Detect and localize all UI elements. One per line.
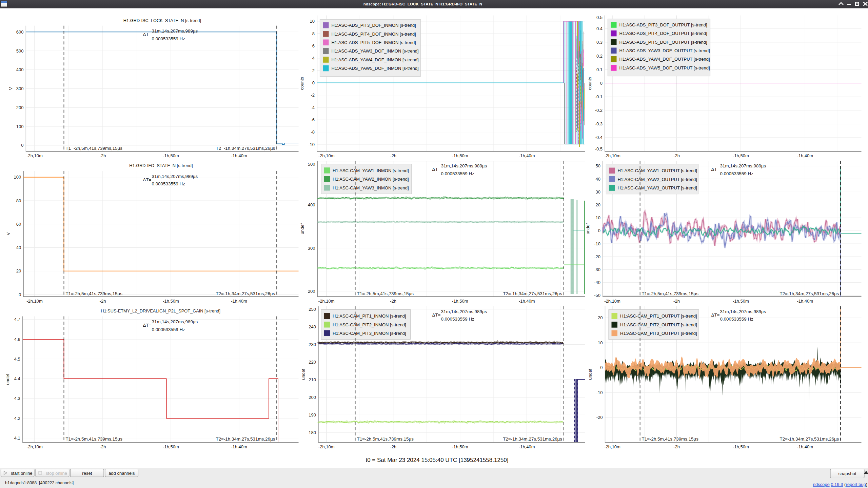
svg-text:H1:ASC-ADS_YAW3_DOF_INMON [s-t: H1:ASC-ADS_YAW3_DOF_INMON [s-trend]: [332, 48, 419, 54]
svg-text:H1:ASC-CAM_PIT3_OUTPUT [s-tren: H1:ASC-CAM_PIT3_OUTPUT [s-trend]: [620, 331, 697, 336]
svg-text:-2h,10m: -2h,10m: [26, 153, 43, 158]
svg-text:undef: undef: [300, 223, 305, 234]
svg-text:undef: undef: [5, 374, 10, 385]
svg-text:H1:SUS-ETMY_L2_DRIVEALIGN_P2L_: H1:SUS-ETMY_L2_DRIVEALIGN_P2L_SPOT_GAIN …: [101, 308, 220, 313]
svg-text:180: 180: [309, 430, 316, 435]
svg-text:-0.1: -0.1: [595, 94, 603, 99]
svg-text:40: 40: [596, 177, 600, 182]
svg-text:4.5: 4.5: [14, 357, 20, 362]
svg-text:-1h,50m: -1h,50m: [733, 153, 749, 158]
svg-text:20: 20: [16, 268, 21, 273]
svg-text:H1:ASC-CAM_YAW2_OUTPUT [s-tren: H1:ASC-CAM_YAW2_OUTPUT [s-trend]: [617, 177, 697, 182]
svg-text:T2=-1h,34m,27s,531ms,26µs: T2=-1h,34m,27s,531ms,26µs: [503, 291, 562, 296]
svg-text:-2h: -2h: [100, 299, 106, 304]
svg-text:-1h,40m: -1h,40m: [797, 153, 813, 158]
svg-text:start online: start online: [11, 471, 33, 476]
svg-text:10: 10: [596, 215, 600, 220]
svg-text:T1=-2h,5m,41s,739ms,15µs: T1=-2h,5m,41s,739ms,15µs: [66, 146, 123, 151]
svg-text:-1h,50m: -1h,50m: [452, 153, 468, 158]
svg-text:240: 240: [309, 324, 316, 329]
svg-text:400: 400: [16, 67, 24, 72]
svg-text:T2=-1h,34m,27s,531ms,26µs: T2=-1h,34m,27s,531ms,26µs: [503, 436, 562, 442]
svg-text:H1:GRD-ISC_LOCK_STATE_N [s-tre: H1:GRD-ISC_LOCK_STATE_N [s-trend]: [123, 18, 201, 23]
svg-text:4: 4: [312, 56, 315, 61]
svg-text:4.7: 4.7: [14, 317, 20, 322]
svg-text:31m,14s,207ms,989µs: 31m,14s,207ms,989µs: [152, 319, 198, 324]
svg-text:220: 220: [309, 360, 316, 365]
svg-text:-20: -20: [594, 254, 600, 259]
svg-text:ΔT=: ΔT=: [143, 323, 152, 328]
svg-text:31m,14s,207ms,989µs: 31m,14s,207ms,989µs: [441, 309, 487, 314]
svg-text:T1=-2h,5m,41s,739ms,15µs: T1=-2h,5m,41s,739ms,15µs: [642, 291, 699, 296]
svg-text:-2h,10m: -2h,10m: [318, 444, 335, 449]
svg-text:-2h: -2h: [390, 153, 396, 158]
svg-text:-40: -40: [594, 280, 600, 285]
svg-text:-2h: -2h: [673, 299, 680, 304]
svg-text:ΔT=: ΔT=: [143, 32, 152, 37]
svg-text:-1h,40m: -1h,40m: [519, 153, 535, 158]
svg-text:ΔT=: ΔT=: [711, 167, 720, 172]
svg-text:80: 80: [16, 198, 21, 203]
svg-text:-0.5: -0.5: [595, 146, 603, 151]
svg-text:0: 0: [21, 143, 23, 148]
svg-text:31m,14s,207ms,989µs: 31m,14s,207ms,989µs: [720, 163, 766, 168]
svg-text:T2=-1h,34m,27s,531ms,26µs: T2=-1h,34m,27s,531ms,26µs: [216, 291, 275, 296]
svg-text:200: 200: [309, 395, 316, 400]
svg-text:-2h: -2h: [100, 153, 106, 158]
svg-text:H1:ASC-CAM_PIT2_INMON [s-trend: H1:ASC-CAM_PIT2_INMON [s-trend]: [333, 322, 406, 327]
svg-text:4.1: 4.1: [14, 435, 20, 441]
svg-text:add channels: add channels: [108, 471, 135, 476]
svg-text:T1=-2h,5m,41s,739ms,15µs: T1=-2h,5m,41s,739ms,15µs: [66, 436, 123, 442]
svg-text:T2=-1h,34m,27s,531ms,26µs: T2=-1h,34m,27s,531ms,26µs: [216, 436, 275, 442]
svg-text:-0.3: -0.3: [595, 121, 603, 126]
svg-text:-2h: -2h: [673, 153, 680, 158]
svg-text:H1:ASC-ADS_PIT5_DOF_INMON [s-t: H1:ASC-ADS_PIT5_DOF_INMON [s-trend]: [332, 40, 416, 45]
svg-text:T2=-1h,34m,27s,531ms,26µs: T2=-1h,34m,27s,531ms,26µs: [216, 146, 275, 151]
svg-text:200: 200: [16, 105, 24, 110]
svg-text:H1:GRD-IFO_STATE_N [s-trend]: H1:GRD-IFO_STATE_N [s-trend]: [129, 163, 193, 168]
svg-text:-1h,50m: -1h,50m: [163, 153, 179, 158]
svg-text:4.3: 4.3: [14, 396, 20, 401]
svg-text:4.4: 4.4: [14, 376, 20, 381]
svg-text:-1h,40m: -1h,40m: [519, 299, 535, 304]
svg-text:-2h: -2h: [390, 299, 396, 304]
svg-text:H1:ASC-ADS_YAW5_DOF_OUTPUT [s-: H1:ASC-ADS_YAW5_DOF_OUTPUT [s-trend]: [619, 65, 710, 70]
svg-text:31m,14s,207ms,989µs: 31m,14s,207ms,989µs: [720, 309, 766, 314]
svg-text:0: 0: [598, 228, 600, 233]
svg-text:50: 50: [596, 163, 600, 168]
svg-text:H1:ASC-ADS_PIT4_DOF_OUTPUT [s-: H1:ASC-ADS_PIT4_DOF_OUTPUT [s-trend]: [619, 31, 707, 36]
svg-text:31m,14s,207ms,989µs: 31m,14s,207ms,989µs: [152, 174, 198, 179]
svg-text:0.4: 0.4: [596, 26, 603, 31]
svg-text:-2: -2: [311, 93, 315, 98]
svg-text:300: 300: [16, 86, 24, 91]
svg-text:ΔT=: ΔT=: [711, 312, 720, 318]
svg-text:0.3: 0.3: [596, 40, 603, 45]
svg-text:H1:ASC-CAM_PIT1_INMON [s-trend: H1:ASC-CAM_PIT1_INMON [s-trend]: [333, 313, 406, 319]
svg-text:-20: -20: [596, 415, 603, 420]
svg-text:-2h,10m: -2h,10m: [604, 299, 620, 304]
svg-text:counts: counts: [299, 77, 304, 90]
svg-text:T1=-2h,5m,41s,739ms,15µs: T1=-2h,5m,41s,739ms,15µs: [357, 291, 414, 296]
svg-text:ΔT=: ΔT=: [432, 167, 441, 172]
svg-text:-2h: -2h: [673, 444, 680, 449]
svg-text:0.1: 0.1: [596, 67, 603, 72]
svg-text:0.000533559 Hz: 0.000533559 Hz: [441, 171, 475, 176]
svg-text:250: 250: [309, 307, 316, 312]
svg-text:H1:ASC-CAM_YAW1_OUTPUT [s-tren: H1:ASC-CAM_YAW1_OUTPUT [s-trend]: [617, 168, 697, 173]
svg-text:-10: -10: [596, 390, 603, 395]
svg-text:100: 100: [14, 175, 21, 180]
svg-text:0: 0: [19, 292, 21, 297]
svg-text:-1h,40m: -1h,40m: [231, 444, 247, 449]
svg-text:8: 8: [312, 31, 315, 36]
svg-text:-1h,50m: -1h,50m: [733, 299, 749, 304]
svg-text:ΔT=: ΔT=: [143, 177, 152, 182]
svg-text:H1:ASC-CAM_PIT3_INMON [s-trend: H1:ASC-CAM_PIT3_INMON [s-trend]: [333, 331, 406, 336]
svg-text:40: 40: [16, 245, 21, 250]
svg-text:600: 600: [16, 29, 24, 35]
svg-text:t0 = Sat Mar 23 2024 15:05:40: t0 = Sat Mar 23 2024 15:05:40 UTC [13952…: [366, 457, 508, 463]
svg-text:H1:ASC-ADS_PIT5_DOF_OUTPUT [s-: H1:ASC-ADS_PIT5_DOF_OUTPUT [s-trend]: [619, 40, 707, 45]
svg-text:-8: -8: [311, 129, 315, 135]
svg-text:10: 10: [598, 340, 603, 345]
svg-text:0.2: 0.2: [596, 54, 603, 59]
svg-text:0.000533559 Hz: 0.000533559 Hz: [441, 317, 475, 322]
